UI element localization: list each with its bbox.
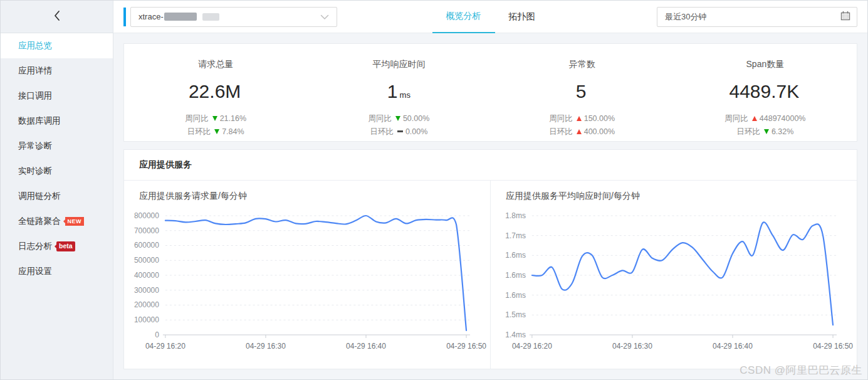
chart-title: 应用提供服务平均响应时间/每分钟 [491,181,857,203]
trend-up-icon [752,116,757,121]
svg-text:04-29 16:50: 04-29 16:50 [446,342,486,351]
chevron-down-icon [320,11,329,23]
metric-unit: ms [400,90,410,100]
sidebar-item-exception-diagnosis[interactable]: 异常诊断 [1,134,113,159]
calendar-icon [840,11,850,23]
metric-value: 22.6M [189,81,241,102]
tab-label: 拓扑图 [509,11,535,23]
svg-text:04-29 16:30: 04-29 16:30 [612,342,652,351]
metric-exception-count: 异常数 5 周同比150.00% 日环比400.00% [491,44,674,141]
svg-text:500000: 500000 [134,256,159,265]
response-time-line-chart: 1.8ms1.7ms1.6ms1.6ms1.6ms1.5ms1.4ms04-29… [491,203,857,359]
trend-flat-icon [397,130,403,132]
svg-text:1.4ms: 1.4ms [505,330,526,339]
svg-text:600000: 600000 [134,241,159,250]
sidebar-collapse-button[interactable] [1,1,113,33]
app-window: 应用总览 应用详情 接口调用 数据库调用 异常诊断 实时诊断 调用链分析 全链路… [0,0,868,380]
sidebar-item-label: 接口调用 [18,90,52,102]
metric-total-requests: 请求总量 22.6M 周同比21.16% 日环比7.84% [124,44,307,141]
svg-text:300000: 300000 [134,286,159,295]
sidebar-item-database-calls[interactable]: 数据库调用 [1,108,113,134]
redacted-text-block [164,13,197,21]
new-badge: NEW [65,217,85,226]
metric-label: 异常数 [491,59,674,70]
content-area: 请求总量 22.6M 周同比21.16% 日环比7.84% 平均响应时间 1ms [113,33,867,379]
svg-text:200000: 200000 [134,300,159,309]
time-range-value: 最近30分钟 [665,11,840,23]
tab-label: 概览分析 [446,11,481,22]
trend-up-icon [577,129,582,134]
sidebar-item-app-details[interactable]: 应用详情 [1,58,113,83]
svg-text:1.6ms: 1.6ms [505,271,526,280]
sidebar-item-trace-analysis[interactable]: 调用链分析 [1,184,113,209]
trend-down-icon [764,129,769,134]
svg-text:800000: 800000 [134,211,159,220]
svg-text:1.8ms: 1.8ms [505,211,526,220]
svg-text:1.5ms: 1.5ms [505,310,526,319]
application-select-value: xtrace- [139,12,164,21]
svg-text:1.6ms: 1.6ms [505,251,526,260]
day-over-day-row: 日环比400.00% [491,125,674,139]
tab-bar: 概览分析 拓扑图 [432,1,549,33]
sidebar-item-label: 全链路聚合 [18,216,61,227]
svg-text:100000: 100000 [134,315,159,324]
section-title: 应用提供服务 [124,150,857,181]
sidebar-item-label: 调用链分析 [18,191,61,202]
svg-text:04-29 16:40: 04-29 16:40 [346,342,386,351]
trend-down-icon [212,116,217,121]
charts-row: 应用提供服务请求量/每分钟 80000070000060000050000040… [124,181,857,369]
main-area: xtrace- 概览分析 拓扑图 最近30分钟 [113,1,867,379]
tab-overview-analysis[interactable]: 概览分析 [432,1,495,33]
sidebar-item-log-analysis[interactable]: 日志分析 beta [1,234,113,259]
day-over-day-row: 日环比7.84% [124,125,307,139]
chart-panel-request-volume: 应用提供服务请求量/每分钟 80000070000060000050000040… [124,181,490,369]
sidebar-item-label: 实时诊断 [18,166,52,177]
svg-text:400000: 400000 [134,271,159,280]
week-over-week-row: 周同比50.00% [307,112,490,125]
svg-text:04-29 16:30: 04-29 16:30 [246,342,286,351]
chevron-left-icon [53,10,61,24]
sidebar-item-label: 应用总览 [18,40,52,51]
metric-span-count: Span数量 4489.7K 周同比448974000% 日环比6.32% [674,44,857,141]
sidebar-item-label: 异常诊断 [18,140,52,152]
time-range-picker[interactable]: 最近30分钟 [657,7,857,27]
metric-avg-response-time: 平均响应时间 1ms 周同比50.00% 日环比0.00% [307,44,490,141]
metric-label: 请求总量 [124,59,307,70]
svg-text:1.6ms: 1.6ms [505,291,526,300]
svg-text:04-29 16:40: 04-29 16:40 [713,342,753,351]
sidebar-item-label: 数据库调用 [18,115,61,127]
tab-topology[interactable]: 拓扑图 [495,1,549,33]
sidebar-item-app-overview[interactable]: 应用总览 [1,33,113,58]
metric-value: 4489.7K [729,81,799,102]
sidebar-item-fulllink-aggregation[interactable]: 全链路聚合 NEW [1,209,113,234]
request-volume-line-chart: 8000007000006000005000004000003000002000… [124,203,490,359]
week-over-week-row: 周同比21.16% [124,112,307,125]
week-over-week-row: 周同比150.00% [491,112,674,125]
metric-label: Span数量 [674,59,857,70]
metric-label: 平均响应时间 [307,59,490,70]
metrics-summary-card: 请求总量 22.6M 周同比21.16% 日环比7.84% 平均响应时间 1ms [123,43,857,142]
day-over-day-row: 日环比6.32% [674,125,857,139]
trend-down-icon [214,129,219,134]
chart-title: 应用提供服务请求量/每分钟 [124,181,490,203]
metric-value: 1 [387,81,398,102]
svg-text:04-29 16:20: 04-29 16:20 [145,342,186,351]
sidebar-item-label: 应用详情 [18,65,52,77]
svg-text:04-29 16:50: 04-29 16:50 [813,342,853,351]
topbar: xtrace- 概览分析 拓扑图 最近30分钟 [113,1,867,33]
application-select[interactable]: xtrace- [130,7,337,27]
chart-panel-response-time: 应用提供服务平均响应时间/每分钟 1.8ms1.7ms1.6ms1.6ms1.6… [490,181,857,369]
trend-down-icon [395,116,400,121]
sidebar-item-realtime-diagnosis[interactable]: 实时诊断 [1,159,113,184]
sidebar-item-app-settings[interactable]: 应用设置 [1,259,113,284]
svg-text:1.7ms: 1.7ms [505,231,526,240]
svg-text:0: 0 [155,330,159,339]
svg-text:700000: 700000 [134,226,159,235]
redacted-text-block [202,13,219,21]
service-charts-card: 应用提供服务 应用提供服务请求量/每分钟 8000007000006000005… [123,149,857,369]
sidebar-item-interface-calls[interactable]: 接口调用 [1,83,113,108]
sidebar: 应用总览 应用详情 接口调用 数据库调用 异常诊断 实时诊断 调用链分析 全链路… [1,1,113,379]
sidebar-item-label: 应用设置 [18,266,52,277]
sidebar-item-label: 日志分析 [18,241,52,252]
day-over-day-row: 日环比0.00% [307,125,490,139]
